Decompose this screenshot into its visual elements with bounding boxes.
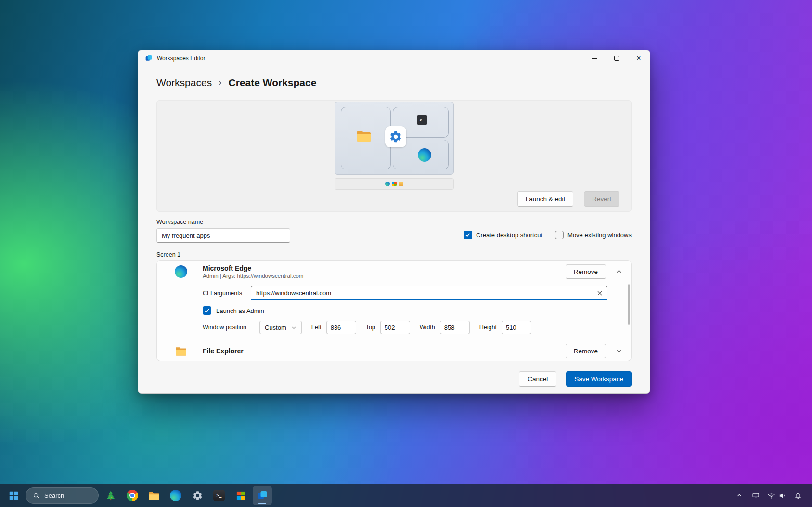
active-app-indicator <box>258 503 266 504</box>
close-button[interactable]: × <box>628 50 650 66</box>
chevron-up-icon <box>736 492 743 499</box>
window-title: Workspaces Editor <box>157 55 205 62</box>
launch-as-admin-checkbox[interactable]: Launch as Admin <box>203 306 607 315</box>
workspace-name-input[interactable] <box>156 228 290 243</box>
cli-arguments-label: CLI arguments <box>203 290 251 297</box>
start-button[interactable] <box>4 486 23 505</box>
taskbar-file-explorer-button[interactable] <box>144 486 164 505</box>
page-title: Create Workspace <box>228 77 316 89</box>
top-input[interactable] <box>380 321 410 334</box>
cli-arguments-input[interactable] <box>251 286 607 300</box>
wifi-icon <box>767 492 775 500</box>
workspace-name-row: Workspace name Create desktop shortcut M… <box>156 219 632 243</box>
row-actions: Remove <box>566 344 625 358</box>
expand-row-button[interactable] <box>613 345 625 357</box>
workspace-name-field-group: Workspace name <box>156 219 290 243</box>
workspaces-app-icon <box>145 54 153 62</box>
taskbar-app-grid-button[interactable] <box>231 486 250 505</box>
height-label: Height <box>479 324 497 331</box>
edge-mini-icon <box>385 182 390 186</box>
footer-actions: Cancel Save Workspace <box>156 371 632 387</box>
x-icon <box>597 290 603 296</box>
workspace-options: Create desktop shortcut Move existing wi… <box>464 231 632 243</box>
file-explorer-icon <box>174 345 187 358</box>
tree-icon <box>105 490 116 501</box>
taskbar-settings-button[interactable] <box>188 486 207 505</box>
create-desktop-shortcut-checkbox[interactable]: Create desktop shortcut <box>464 231 542 239</box>
network-volume-button[interactable] <box>765 488 789 503</box>
breadcrumb-workspaces-link[interactable]: Workspaces <box>156 77 212 89</box>
app-expanded-settings: CLI arguments Launch as Admin <box>157 282 631 341</box>
app-row-microsoft-edge: Microsoft Edge Admin | Args: https://win… <box>157 261 631 282</box>
speaker-icon <box>778 492 786 500</box>
save-workspace-button[interactable]: Save Workspace <box>566 371 632 387</box>
terminal-icon: >_ <box>213 490 225 501</box>
window-controls: × <box>583 50 650 66</box>
taskbar-edge-button[interactable] <box>166 486 185 505</box>
cli-arguments-row: CLI arguments <box>203 286 607 300</box>
app-name: File Explorer <box>203 347 244 355</box>
search-label: Search <box>44 492 64 499</box>
notifications-button[interactable] <box>791 488 805 503</box>
taskbar-chrome-button[interactable] <box>123 486 142 505</box>
gear-icon <box>389 130 402 143</box>
chevron-down-icon <box>616 348 622 354</box>
desktop-wallpaper: Workspaces Editor × Workspaces › Create … <box>0 0 812 507</box>
cli-input-wrap <box>251 286 607 300</box>
chevron-up-icon <box>616 268 622 275</box>
create-desktop-shortcut-label: Create desktop shortcut <box>476 232 542 239</box>
chevron-right-icon: › <box>219 77 221 88</box>
screen-section-label: Screen 1 <box>156 251 632 258</box>
workspace-name-label: Workspace name <box>156 219 290 225</box>
app-subtitle: Admin | Args: https://windowscentral.com <box>203 273 303 279</box>
workspaces-icon <box>257 490 268 501</box>
maximize-icon <box>614 56 619 61</box>
workspace-preview-panel: >_ Launch & edit Revert <box>156 100 632 212</box>
launch-and-edit-button[interactable]: Launch & edit <box>517 191 574 207</box>
left-input[interactable] <box>326 321 356 334</box>
app-grid-mini-icon <box>392 182 397 186</box>
cancel-button[interactable]: Cancel <box>519 371 556 387</box>
app-list: Microsoft Edge Admin | Args: https://win… <box>156 260 632 361</box>
app-titles: File Explorer <box>203 347 244 355</box>
hidden-icons-button[interactable] <box>732 488 747 503</box>
taskbar-workspaces-button[interactable] <box>253 486 272 505</box>
titlebar[interactable]: Workspaces Editor × <box>138 50 650 66</box>
workspaces-editor-window: Workspaces Editor × Workspaces › Create … <box>138 50 650 394</box>
window-position-dropdown[interactable]: Custom <box>259 321 302 334</box>
close-icon: × <box>636 54 641 62</box>
height-input[interactable] <box>502 321 531 334</box>
taskbar: Search >_ <box>0 484 812 507</box>
scrollbar[interactable] <box>628 284 630 325</box>
remove-app-button[interactable]: Remove <box>566 264 606 279</box>
taskbar-seasonal-app-button[interactable] <box>101 486 120 505</box>
taskbar-terminal-button[interactable]: >_ <box>209 486 229 505</box>
app-name: Microsoft Edge <box>203 264 303 272</box>
terminal-icon: >_ <box>417 115 427 125</box>
chevron-down-icon <box>291 325 296 330</box>
windows-logo-icon <box>9 491 19 501</box>
taskbar-thumbnail <box>335 178 454 190</box>
app-titles: Microsoft Edge Admin | Args: https://win… <box>203 264 303 279</box>
width-label: Width <box>420 324 435 331</box>
checkbox-unchecked-icon <box>555 231 564 239</box>
minimize-button[interactable] <box>583 50 606 66</box>
system-tray <box>732 488 808 503</box>
maximize-button[interactable] <box>606 50 628 66</box>
collapse-row-button[interactable] <box>613 265 625 278</box>
revert-button[interactable]: Revert <box>584 191 619 207</box>
chrome-icon <box>127 490 138 501</box>
preview-actions: Launch & edit Revert <box>517 191 619 207</box>
app-grid-icon <box>236 491 245 500</box>
taskbar-search[interactable]: Search <box>26 487 99 504</box>
display-tray-button[interactable] <box>748 488 763 503</box>
width-input[interactable] <box>440 321 470 334</box>
checkbox-checked-icon <box>203 306 211 315</box>
app-row-file-explorer: File Explorer Remove <box>157 341 631 361</box>
move-existing-windows-checkbox[interactable]: Move existing windows <box>555 231 632 239</box>
window-position-label: Window position <box>203 324 259 331</box>
top-label: Top <box>366 324 375 331</box>
remove-app-button[interactable]: Remove <box>566 344 606 358</box>
clear-input-button[interactable] <box>594 288 605 299</box>
edge-icon <box>418 148 431 162</box>
